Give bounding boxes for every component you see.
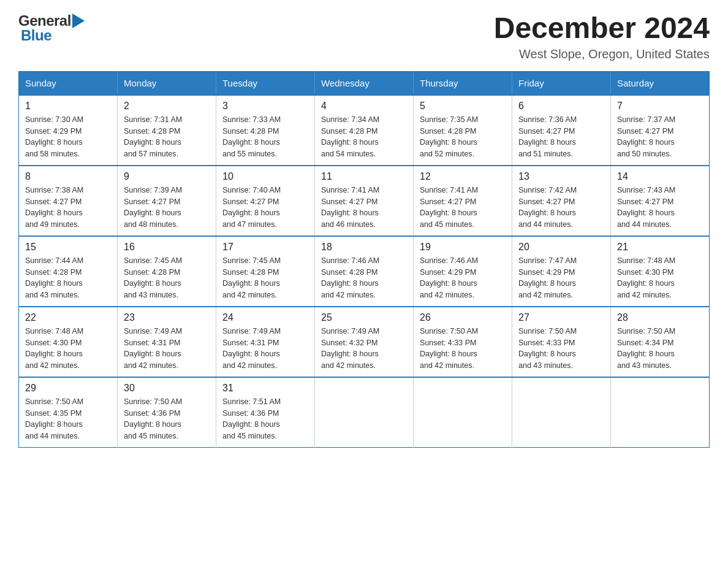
location-subtitle: West Slope, Oregon, United States xyxy=(494,47,710,61)
day-number: 15 xyxy=(25,242,111,253)
calendar-day-cell: 24 Sunrise: 7:49 AM Sunset: 4:31 PM Dayl… xyxy=(216,307,315,377)
calendar-day-cell: 10 Sunrise: 7:40 AM Sunset: 4:27 PM Dayl… xyxy=(216,166,315,236)
calendar-day-cell: 19 Sunrise: 7:46 AM Sunset: 4:29 PM Dayl… xyxy=(414,236,512,307)
day-info: Sunrise: 7:45 AM Sunset: 4:28 PM Dayligh… xyxy=(124,255,210,301)
day-number: 3 xyxy=(222,101,308,112)
month-title: December 2024 xyxy=(494,12,710,45)
day-number: 23 xyxy=(124,312,210,323)
day-info: Sunrise: 7:30 AM Sunset: 4:29 PM Dayligh… xyxy=(25,114,111,160)
page-header: General Blue December 2024 West Slope, O… xyxy=(18,12,710,61)
calendar-day-cell: 23 Sunrise: 7:49 AM Sunset: 4:31 PM Dayl… xyxy=(118,307,216,377)
calendar-day-cell: 22 Sunrise: 7:48 AM Sunset: 4:30 PM Dayl… xyxy=(19,307,118,377)
day-info: Sunrise: 7:46 AM Sunset: 4:28 PM Dayligh… xyxy=(321,255,407,301)
calendar-day-cell: 20 Sunrise: 7:47 AM Sunset: 4:29 PM Dayl… xyxy=(512,236,611,307)
day-info: Sunrise: 7:37 AM Sunset: 4:27 PM Dayligh… xyxy=(617,114,703,160)
calendar-day-cell: 12 Sunrise: 7:41 AM Sunset: 4:27 PM Dayl… xyxy=(414,166,512,236)
day-info: Sunrise: 7:50 AM Sunset: 4:34 PM Dayligh… xyxy=(617,326,703,372)
calendar-day-cell: 28 Sunrise: 7:50 AM Sunset: 4:34 PM Dayl… xyxy=(611,307,710,377)
calendar-week-row: 15 Sunrise: 7:44 AM Sunset: 4:28 PM Dayl… xyxy=(19,236,710,307)
day-of-week-header-friday: Friday xyxy=(512,71,611,95)
calendar-day-cell xyxy=(611,377,710,448)
day-of-week-header-wednesday: Wednesday xyxy=(315,71,414,95)
calendar-day-cell: 2 Sunrise: 7:31 AM Sunset: 4:28 PM Dayli… xyxy=(118,95,216,166)
day-info: Sunrise: 7:49 AM Sunset: 4:31 PM Dayligh… xyxy=(124,326,210,372)
calendar-day-cell: 27 Sunrise: 7:50 AM Sunset: 4:33 PM Dayl… xyxy=(512,307,611,377)
day-info: Sunrise: 7:48 AM Sunset: 4:30 PM Dayligh… xyxy=(25,326,111,372)
day-number: 21 xyxy=(617,242,703,253)
calendar-week-row: 8 Sunrise: 7:38 AM Sunset: 4:27 PM Dayli… xyxy=(19,166,710,236)
day-of-week-header-saturday: Saturday xyxy=(611,71,710,95)
calendar-day-cell: 26 Sunrise: 7:50 AM Sunset: 4:33 PM Dayl… xyxy=(414,307,512,377)
day-info: Sunrise: 7:39 AM Sunset: 4:27 PM Dayligh… xyxy=(124,185,210,231)
day-info: Sunrise: 7:38 AM Sunset: 4:27 PM Dayligh… xyxy=(25,185,111,231)
day-number: 16 xyxy=(124,242,210,253)
calendar-day-cell: 29 Sunrise: 7:50 AM Sunset: 4:35 PM Dayl… xyxy=(19,377,118,448)
calendar-day-cell: 9 Sunrise: 7:39 AM Sunset: 4:27 PM Dayli… xyxy=(118,166,216,236)
calendar-week-row: 1 Sunrise: 7:30 AM Sunset: 4:29 PM Dayli… xyxy=(19,95,710,166)
day-info: Sunrise: 7:33 AM Sunset: 4:28 PM Dayligh… xyxy=(222,114,308,160)
day-info: Sunrise: 7:50 AM Sunset: 4:35 PM Dayligh… xyxy=(25,396,111,442)
day-info: Sunrise: 7:45 AM Sunset: 4:28 PM Dayligh… xyxy=(222,255,308,301)
calendar-day-cell xyxy=(414,377,512,448)
day-number: 17 xyxy=(222,242,308,253)
day-number: 28 xyxy=(617,312,703,323)
calendar-day-cell: 18 Sunrise: 7:46 AM Sunset: 4:28 PM Dayl… xyxy=(315,236,414,307)
calendar-day-cell: 4 Sunrise: 7:34 AM Sunset: 4:28 PM Dayli… xyxy=(315,95,414,166)
day-info: Sunrise: 7:48 AM Sunset: 4:30 PM Dayligh… xyxy=(617,255,703,301)
day-number: 11 xyxy=(321,171,407,182)
calendar-day-cell: 15 Sunrise: 7:44 AM Sunset: 4:28 PM Dayl… xyxy=(19,236,118,307)
calendar-day-cell: 8 Sunrise: 7:38 AM Sunset: 4:27 PM Dayli… xyxy=(19,166,118,236)
calendar-day-cell: 11 Sunrise: 7:41 AM Sunset: 4:27 PM Dayl… xyxy=(315,166,414,236)
day-info: Sunrise: 7:31 AM Sunset: 4:28 PM Dayligh… xyxy=(124,114,210,160)
title-block: December 2024 West Slope, Oregon, United… xyxy=(494,12,710,61)
calendar-day-cell: 3 Sunrise: 7:33 AM Sunset: 4:28 PM Dayli… xyxy=(216,95,315,166)
day-number: 2 xyxy=(124,101,210,112)
calendar-day-cell: 6 Sunrise: 7:36 AM Sunset: 4:27 PM Dayli… xyxy=(512,95,611,166)
calendar-day-cell: 14 Sunrise: 7:43 AM Sunset: 4:27 PM Dayl… xyxy=(611,166,710,236)
calendar-day-cell: 25 Sunrise: 7:49 AM Sunset: 4:32 PM Dayl… xyxy=(315,307,414,377)
calendar-week-row: 22 Sunrise: 7:48 AM Sunset: 4:30 PM Dayl… xyxy=(19,307,710,377)
day-number: 24 xyxy=(222,312,308,323)
day-info: Sunrise: 7:50 AM Sunset: 4:33 PM Dayligh… xyxy=(420,326,506,372)
day-number: 18 xyxy=(321,242,407,253)
day-number: 13 xyxy=(518,171,604,182)
day-number: 5 xyxy=(420,101,506,112)
day-info: Sunrise: 7:35 AM Sunset: 4:28 PM Dayligh… xyxy=(420,114,506,160)
day-info: Sunrise: 7:47 AM Sunset: 4:29 PM Dayligh… xyxy=(518,255,604,301)
calendar-day-cell: 31 Sunrise: 7:51 AM Sunset: 4:36 PM Dayl… xyxy=(216,377,315,448)
day-info: Sunrise: 7:34 AM Sunset: 4:28 PM Dayligh… xyxy=(321,114,407,160)
day-number: 6 xyxy=(518,101,604,112)
day-number: 31 xyxy=(222,383,308,394)
day-info: Sunrise: 7:42 AM Sunset: 4:27 PM Dayligh… xyxy=(518,185,604,231)
calendar-week-row: 29 Sunrise: 7:50 AM Sunset: 4:35 PM Dayl… xyxy=(19,377,710,448)
day-number: 19 xyxy=(420,242,506,253)
logo: General Blue xyxy=(18,12,85,44)
calendar-day-cell: 5 Sunrise: 7:35 AM Sunset: 4:28 PM Dayli… xyxy=(414,95,512,166)
day-info: Sunrise: 7:41 AM Sunset: 4:27 PM Dayligh… xyxy=(321,185,407,231)
day-of-week-header-thursday: Thursday xyxy=(414,71,512,95)
day-number: 12 xyxy=(420,171,506,182)
day-number: 9 xyxy=(124,171,210,182)
day-info: Sunrise: 7:40 AM Sunset: 4:27 PM Dayligh… xyxy=(222,185,308,231)
day-number: 27 xyxy=(518,312,604,323)
day-number: 25 xyxy=(321,312,407,323)
day-number: 4 xyxy=(321,101,407,112)
day-info: Sunrise: 7:51 AM Sunset: 4:36 PM Dayligh… xyxy=(222,396,308,442)
day-info: Sunrise: 7:41 AM Sunset: 4:27 PM Dayligh… xyxy=(420,185,506,231)
day-info: Sunrise: 7:49 AM Sunset: 4:31 PM Dayligh… xyxy=(222,326,308,372)
calendar-day-cell: 1 Sunrise: 7:30 AM Sunset: 4:29 PM Dayli… xyxy=(19,95,118,166)
day-info: Sunrise: 7:49 AM Sunset: 4:32 PM Dayligh… xyxy=(321,326,407,372)
day-number: 14 xyxy=(617,171,703,182)
calendar-day-cell: 16 Sunrise: 7:45 AM Sunset: 4:28 PM Dayl… xyxy=(118,236,216,307)
calendar-day-cell xyxy=(512,377,611,448)
day-number: 22 xyxy=(25,312,111,323)
day-of-week-header-sunday: Sunday xyxy=(19,71,118,95)
calendar-day-cell: 21 Sunrise: 7:48 AM Sunset: 4:30 PM Dayl… xyxy=(611,236,710,307)
day-number: 8 xyxy=(25,171,111,182)
day-info: Sunrise: 7:50 AM Sunset: 4:36 PM Dayligh… xyxy=(124,396,210,442)
day-number: 26 xyxy=(420,312,506,323)
calendar-day-cell: 7 Sunrise: 7:37 AM Sunset: 4:27 PM Dayli… xyxy=(611,95,710,166)
calendar-day-cell: 17 Sunrise: 7:45 AM Sunset: 4:28 PM Dayl… xyxy=(216,236,315,307)
day-info: Sunrise: 7:50 AM Sunset: 4:33 PM Dayligh… xyxy=(518,326,604,372)
calendar-header-row: SundayMondayTuesdayWednesdayThursdayFrid… xyxy=(19,71,710,95)
